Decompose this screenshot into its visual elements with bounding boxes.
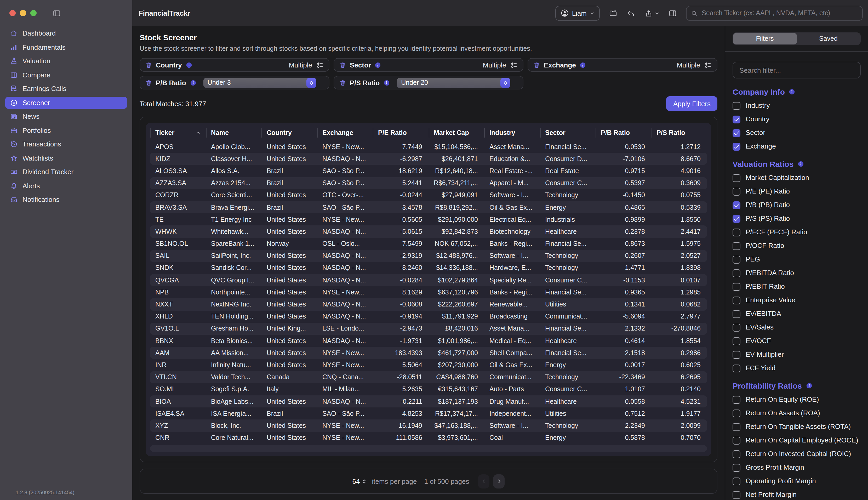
filter-option-p-ebitda-ratio[interactable]: P/EBITDA Ratio: [732, 269, 861, 277]
checkbox-unchecked[interactable]: [732, 491, 740, 499]
filter-option-p-fcf-pfcf-ratio[interactable]: P/FCF (PFCF) Ratio: [732, 228, 861, 236]
apply-filters-button[interactable]: Apply Filters: [667, 96, 717, 111]
sidebar-item-dashboard[interactable]: Dashboard: [5, 27, 127, 39]
checkbox-unchecked[interactable]: [732, 283, 740, 291]
table-row-inr[interactable]: INRInfinity Natu...United StatesNYSE - N…: [150, 359, 707, 371]
table-row-corzr[interactable]: CORZRCore Scienti...United StatesOTC - O…: [150, 189, 707, 201]
filter-search[interactable]: [732, 62, 861, 78]
filter-select[interactable]: Under 3: [204, 78, 316, 88]
checkbox-unchecked[interactable]: [732, 174, 740, 182]
filter-option-p-ebit-ratio[interactable]: P/EBIT Ratio: [732, 282, 861, 291]
column-header-ticker[interactable]: Ticker: [150, 125, 206, 141]
filter-option-country[interactable]: Country: [732, 115, 861, 123]
checkbox-unchecked[interactable]: [732, 464, 740, 471]
filter-option-market-capitalization[interactable]: Market Capitalization: [732, 174, 861, 182]
checkbox-checked[interactable]: [732, 115, 740, 123]
table-row-azza3-sa[interactable]: AZZA3.SAAzzas 2154...BrazilSAO - São P..…: [150, 177, 707, 189]
new-folder-button[interactable]: [609, 9, 617, 18]
filter-option-sector[interactable]: Sector: [732, 129, 861, 137]
filter-option-operating-profit-margin[interactable]: Operating Profit Margin: [732, 477, 861, 485]
next-page-button[interactable]: [493, 474, 505, 488]
table-row-alos3-sa[interactable]: ALOS3.SAAllos S.A.BrazilSAO - São P...18…: [150, 165, 707, 177]
column-header-country[interactable]: Country: [262, 125, 317, 141]
column-header-p-s-ratio[interactable]: P/S Ratio: [651, 125, 707, 141]
table-row-whwk[interactable]: WHWKWhitehawk...United StatesNASDAQ - N.…: [150, 226, 707, 238]
filter-option-enterprise-value[interactable]: Enterprise Value: [732, 296, 861, 304]
filter-option-return-on-equity-roe[interactable]: Return On Equity (ROE): [732, 395, 861, 404]
table-row-vti-cn[interactable]: VTI.CNValdor Tech...CanadaCNQ - Cana...-…: [150, 371, 707, 383]
filter-search-input[interactable]: [738, 66, 855, 75]
checkbox-unchecked[interactable]: [732, 228, 740, 236]
table-row-cnr[interactable]: CNRCore Natural...United StatesNYSE - Ne…: [150, 432, 707, 444]
filter-option-exchange[interactable]: Exchange: [732, 142, 861, 151]
filter-option-fcf-yield[interactable]: FCF Yield: [732, 364, 861, 372]
table-row-aam[interactable]: AAMAA Mission...United StatesNYSE - New.…: [150, 347, 707, 359]
minimize-window-button[interactable]: [20, 10, 26, 16]
sidebar-item-dividend-tracker[interactable]: Dividend Tracker: [5, 166, 127, 178]
checkbox-unchecked[interactable]: [732, 351, 740, 359]
filter-option-return-on-assets-roa[interactable]: Return On Assets (ROA): [732, 409, 861, 417]
column-header-p-e-ratio[interactable]: P/E Ratio: [373, 125, 429, 141]
column-header-industry[interactable]: Industry: [484, 125, 540, 141]
table-row-nxxt[interactable]: NXXTNextNRG Inc.United StatesNASDAQ - N.…: [150, 298, 707, 310]
filter-option-industry[interactable]: Industry: [732, 101, 861, 110]
sidebar-item-fundamentals[interactable]: Fundamentals: [5, 41, 127, 53]
checkbox-unchecked[interactable]: [732, 423, 740, 431]
column-header-p-b-ratio[interactable]: P/B Ratio: [595, 125, 651, 141]
checkbox-unchecked[interactable]: [732, 409, 740, 417]
multi-select-icon[interactable]: [510, 61, 518, 69]
tab-saved[interactable]: Saved: [797, 33, 860, 44]
column-header-exchange[interactable]: Exchange: [317, 125, 373, 141]
table-row-qvcga[interactable]: QVCGAQVC Group I...United StatesNASDAQ -…: [150, 274, 707, 286]
table-row-sndk[interactable]: SNDKSandisk Cor...United StatesNASDAQ - …: [150, 262, 707, 274]
checkbox-checked[interactable]: [732, 215, 740, 223]
filter-option-p-s-ps-ratio[interactable]: P/S (PS) Ratio: [732, 214, 861, 223]
filter-select[interactable]: Under 20: [397, 78, 510, 88]
table-row-so-mi[interactable]: SO.MISogefi S.p.A.ItalyMIL - Milan...5.2…: [150, 383, 707, 395]
tab-filters[interactable]: Filters: [733, 33, 797, 44]
filter-option-peg[interactable]: PEG: [732, 255, 861, 264]
sidebar-item-compare[interactable]: Compare: [5, 69, 127, 81]
checkbox-unchecked[interactable]: [732, 364, 740, 372]
filter-option-p-e-pe-ratio[interactable]: P/E (PE) Ratio: [732, 187, 861, 196]
checkbox-unchecked[interactable]: [732, 102, 740, 110]
previous-page-button[interactable]: [478, 474, 490, 488]
column-header-name[interactable]: Name: [206, 125, 262, 141]
checkbox-unchecked[interactable]: [732, 396, 740, 404]
toggle-right-panel-button[interactable]: [668, 9, 677, 18]
user-menu-button[interactable]: Liam: [555, 5, 600, 21]
column-header-market-cap[interactable]: Market Cap: [429, 125, 484, 141]
table-row-xhld[interactable]: XHLDTEN Holding...United StatesNASDAQ - …: [150, 310, 707, 322]
sidebar-item-watchlists[interactable]: Watchlists: [5, 152, 127, 164]
remove-filter-icon[interactable]: [146, 61, 152, 68]
checkbox-unchecked[interactable]: [732, 337, 740, 345]
filter-option-p-ocf-ratio[interactable]: P/OCF Ratio: [732, 242, 861, 250]
table-row-apos[interactable]: APOSApollo Glob...United StatesNYSE - Ne…: [150, 141, 707, 153]
checkbox-unchecked[interactable]: [732, 477, 740, 485]
checkbox-unchecked[interactable]: [732, 269, 740, 277]
table-row-gv1o-l[interactable]: GV1O.LGresham Ho...United King...LSE - L…: [150, 323, 707, 335]
filter-option-p-b-pb-ratio[interactable]: P/B (PB) Ratio: [732, 201, 861, 209]
share-button[interactable]: [644, 9, 659, 18]
ticker-search-input[interactable]: [701, 9, 858, 17]
sidebar-item-transactions[interactable]: Transactions: [5, 138, 127, 150]
sidebar-item-portfolios[interactable]: Portfolios: [5, 124, 127, 137]
table-row-bbnx[interactable]: BBNXBeta Bionics...United StatesNASDAQ -…: [150, 335, 707, 347]
remove-filter-icon[interactable]: [533, 61, 540, 68]
ticker-search[interactable]: [686, 5, 863, 21]
filter-option-net-profit-margin[interactable]: Net Profit Margin: [732, 491, 861, 499]
checkbox-unchecked[interactable]: [732, 255, 740, 263]
table-row-sb1no-ol[interactable]: SB1NO.OLSpareBank 1...NorwayOSL - Oslo..…: [150, 238, 707, 250]
filter-option-return-on-invested-capital-roic[interactable]: Return On Invested Capital (ROIC): [732, 450, 861, 458]
filter-option-return-on-tangible-assets-rota[interactable]: Return On Tangible Assets (ROTA): [732, 423, 861, 431]
filter-option-return-on-capital-employed-roce[interactable]: Return On Capital Employed (ROCE): [732, 436, 861, 445]
table-row-isae4-sa[interactable]: ISAE4.SAISA Energía...BrazilSAO - São P.…: [150, 407, 707, 419]
table-row-kidz[interactable]: KIDZClassover H...United StatesNASDAQ - …: [150, 153, 707, 165]
checkbox-unchecked[interactable]: [732, 323, 740, 331]
checkbox-checked[interactable]: [732, 143, 740, 150]
sidebar-item-screener[interactable]: Screener: [5, 96, 127, 109]
horizontal-scrollbar[interactable]: [150, 445, 707, 452]
sidebar-item-notifications[interactable]: Notifications: [5, 194, 127, 206]
remove-filter-icon[interactable]: [339, 79, 346, 86]
sidebar-item-valuation[interactable]: Valuation: [5, 55, 127, 67]
